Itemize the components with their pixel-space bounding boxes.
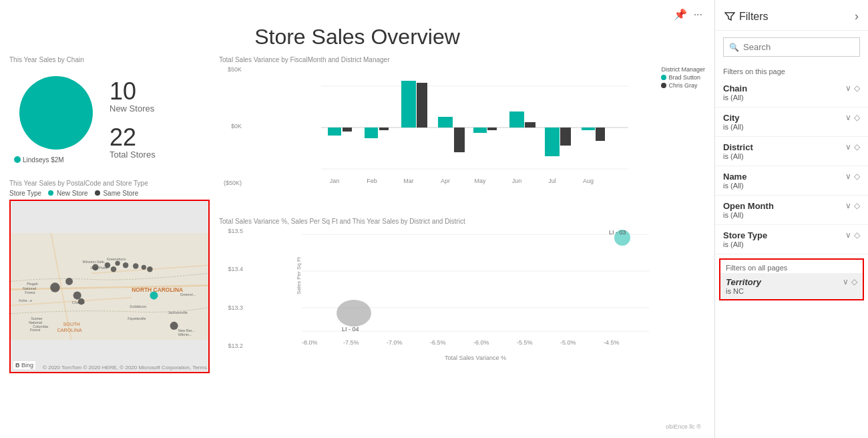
svg-rect-50 xyxy=(365,128,378,138)
city-clear[interactable]: ◇ xyxy=(854,113,860,122)
territory-chevron[interactable]: ∨ xyxy=(843,277,849,286)
pin-icon[interactable]: 📌 xyxy=(674,8,687,21)
map-section: This Year Sales by PostalCode and Store … xyxy=(9,180,210,431)
filter-item-chain[interactable]: Chain is (All) ∨ ◇ xyxy=(715,78,868,107)
open-month-chevron[interactable]: ∨ xyxy=(845,201,851,210)
filter-icon xyxy=(724,11,735,22)
svg-text:National: National xyxy=(23,286,36,290)
same-store-legend: Same Store xyxy=(95,190,139,197)
filters-collapse-arrow[interactable]: › xyxy=(855,9,859,23)
svg-text:Sales Per Sq Ft: Sales Per Sq Ft xyxy=(296,256,302,294)
svg-text:Jun: Jun xyxy=(512,178,522,184)
scatter-y-axis: $13.5 $13.4 $13.3 $13.2 xyxy=(219,228,246,361)
svg-text:-5.0%: -5.0% xyxy=(560,339,576,346)
svg-point-43 xyxy=(170,322,178,330)
svg-text:Jul: Jul xyxy=(548,178,556,184)
svg-rect-54 xyxy=(438,117,453,128)
name-chevron[interactable]: ∨ xyxy=(845,172,851,181)
filters-all-pages-label: Filters on all pages xyxy=(720,260,863,273)
same-store-dot xyxy=(95,190,100,196)
scatter-container[interactable]: $13.5 $13.4 $13.3 $13.2 xyxy=(219,228,705,361)
svg-text:Forest: Forest xyxy=(30,328,41,332)
scatter-svg: LI - 03 LI - 04 -8.0% -7.5% -7.0% -6.5% xyxy=(246,228,705,351)
svg-text:-5.5%: -5.5% xyxy=(517,339,533,346)
svg-text:-6.5%: -6.5% xyxy=(430,339,446,346)
svg-rect-48 xyxy=(328,128,341,136)
legend-brad: Brad Sutton xyxy=(661,74,705,81)
filter-item-open-month[interactable]: Open Month is (All) ∨ ◇ xyxy=(715,196,868,225)
content-grid: This Year Sales by Chain Lindseys $2M xyxy=(9,56,705,431)
pie-chart-svg: Lindseys $2M xyxy=(9,66,103,166)
bar-chart-section: Total Sales Variance by FiscalMonth and … xyxy=(219,56,705,210)
scatter-x-label: Total Sales Variance % xyxy=(246,355,705,361)
pie-section: This Year Sales by Chain Lindseys $2M xyxy=(9,56,210,173)
svg-text:Fayetteville: Fayetteville xyxy=(128,316,146,320)
svg-text:Apr: Apr xyxy=(441,178,450,184)
store-type-label: Store Type xyxy=(9,190,41,197)
scatter-section: Total Sales Variance %, Sales Per Sq Ft … xyxy=(219,218,705,414)
filter-item-district[interactable]: District is (All) ∨ ◇ xyxy=(715,137,868,166)
total-stores-count: 22 xyxy=(110,126,156,150)
scatter-wrapper: $13.5 $13.4 $13.3 $13.2 xyxy=(219,228,705,361)
svg-rect-62 xyxy=(582,128,595,130)
svg-text:New Ber...: New Ber... xyxy=(178,328,196,333)
svg-text:SOUTH: SOUTH xyxy=(63,321,80,327)
svg-text:-6.0%: -6.0% xyxy=(473,339,489,346)
pie-chart-wrapper[interactable]: Lindseys $2M xyxy=(9,66,103,173)
svg-rect-57 xyxy=(487,128,497,130)
open-month-clear[interactable]: ◇ xyxy=(854,201,860,210)
territory-clear[interactable]: ◇ xyxy=(851,277,857,286)
chain-clear[interactable]: ◇ xyxy=(854,83,860,93)
map-container[interactable]: NORTH CAROLINA SOUTH CAROLINA Winston-Sa… xyxy=(9,200,210,373)
svg-text:CAROLINA: CAROLINA xyxy=(57,327,81,333)
svg-point-36 xyxy=(105,262,110,268)
svg-text:May: May xyxy=(474,178,486,184)
svg-point-41 xyxy=(142,265,146,270)
svg-text:Feb: Feb xyxy=(367,178,377,184)
search-icon: 🔍 xyxy=(729,43,739,52)
name-clear[interactable]: ◇ xyxy=(854,172,860,181)
search-input[interactable] xyxy=(743,42,854,52)
total-stores-label: Total Stores xyxy=(110,150,156,160)
right-column: Total Sales Variance by FiscalMonth and … xyxy=(219,56,705,431)
svg-rect-55 xyxy=(454,128,465,152)
store-type-clear[interactable]: ◇ xyxy=(854,230,860,240)
bar-y-axis: $50K $0K ($50K) xyxy=(219,66,244,200)
svg-rect-58 xyxy=(509,112,524,128)
svg-point-39 xyxy=(123,262,128,268)
filters-all-pages-section: Filters on all pages Territory is NC ∨ ◇ xyxy=(719,258,864,300)
district-clear[interactable]: ◇ xyxy=(854,142,860,152)
obience-label: obiEnce llc ® xyxy=(219,422,705,431)
svg-text:Forest: Forest xyxy=(25,290,35,294)
store-type-chevron[interactable]: ∨ xyxy=(845,230,851,240)
new-stores-count: 10 xyxy=(110,79,156,103)
new-store-legend: New Store xyxy=(48,190,87,197)
filter-item-territory[interactable]: Territory is NC ∨ ◇ xyxy=(720,273,863,299)
svg-text:National: National xyxy=(29,320,42,324)
svg-rect-59 xyxy=(525,122,535,128)
svg-point-37 xyxy=(111,266,116,272)
chain-chevron[interactable]: ∨ xyxy=(845,83,851,93)
svg-text:-4.5%: -4.5% xyxy=(604,339,620,346)
district-chevron[interactable]: ∨ xyxy=(845,142,851,152)
svg-text:Jacksonville: Jacksonville xyxy=(168,310,188,314)
map-section-label: This Year Sales by PostalCode and Store … xyxy=(9,180,210,187)
report-title: Store Sales Overview xyxy=(9,25,705,49)
svg-text:Sumter: Sumter xyxy=(31,316,43,320)
svg-rect-61 xyxy=(560,128,571,146)
svg-text:LI - 03: LI - 03 xyxy=(609,229,626,236)
svg-text:Aug: Aug xyxy=(583,178,594,184)
filter-item-name[interactable]: Name is (All) ∨ ◇ xyxy=(715,166,868,196)
svg-point-44 xyxy=(150,292,158,300)
bar-chart-svg: Jan Feb Mar Apr May Jun Jul Aug xyxy=(244,66,705,190)
filters-search-box[interactable]: 🔍 xyxy=(723,37,860,57)
more-icon[interactable]: ··· xyxy=(694,9,702,21)
city-chevron[interactable]: ∨ xyxy=(845,113,851,122)
bar-chart-container[interactable]: $50K $0K ($50K) District Manager xyxy=(219,66,705,200)
filters-page-label: Filters on this page xyxy=(715,63,868,78)
filter-item-store-type[interactable]: Store Type is (All) ∨ ◇ xyxy=(715,225,868,254)
filter-item-city[interactable]: City is (All) ∨ ◇ xyxy=(715,107,868,137)
svg-point-35 xyxy=(92,264,99,270)
svg-text:Lindseys $2M: Lindseys $2M xyxy=(23,156,64,164)
svg-point-33 xyxy=(73,292,81,300)
